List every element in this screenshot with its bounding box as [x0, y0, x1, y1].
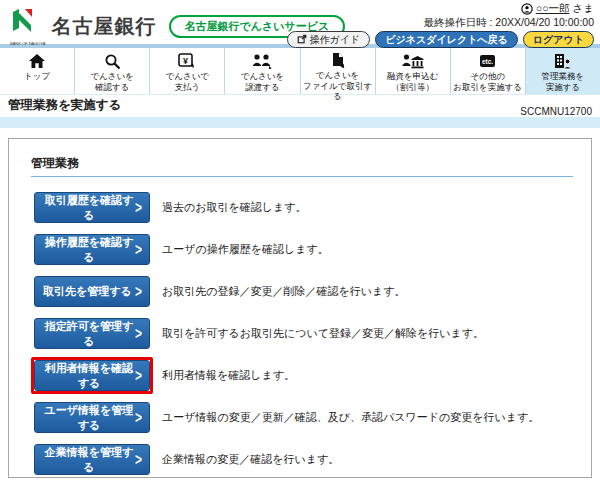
menu-description: 取引を許可するお取引先について登録／変更／解除を行います。	[162, 326, 484, 341]
main-nav: トップ でんさいを 確認する ¥ でんさいで 支払う でんさいを 譲渡する でん…	[0, 48, 600, 95]
logo-caption: BANK OF NAGOYA	[10, 42, 46, 46]
back-to-business-direct-button[interactable]: ビジネスダイレクトへ戻る	[375, 31, 518, 48]
yen-pay-icon: ¥	[178, 52, 196, 70]
permission-manage-button[interactable]: 指定許可を管理する >	[34, 318, 150, 349]
external-link-icon	[297, 34, 307, 46]
menu-button-label: ユーザ情報を管理する	[43, 403, 135, 433]
svg-text:etc.: etc.	[482, 58, 493, 65]
menu-button-label: 操作履歴を確認する	[43, 235, 135, 265]
nav-item-pay[interactable]: ¥ でんさいで 支払う	[150, 48, 225, 94]
page-title: 管理業務を実施する	[8, 97, 592, 114]
bank-logo-icon: BANK OF NAGOYA	[10, 6, 46, 46]
bank-name: 名古屋銀行	[52, 13, 157, 40]
nav-item-other[interactable]: etc. その他の お取引を実施する	[451, 48, 526, 94]
menu-row-transaction-history: 取引履歴を確認する > 過去のお取引を確認します。	[31, 189, 575, 226]
menu-button-wrap: 指定許可を管理する >	[31, 315, 153, 352]
nav-item-label: でんさいを 確認する	[90, 71, 134, 92]
menu-description: お取引先の登録／変更／削除／確認を行います。	[162, 284, 406, 299]
user-area: ○○一郎 さま 最終操作日時 : 20XX/04/20 10:00:00 操作ガ…	[287, 2, 594, 48]
search-icon	[104, 52, 121, 70]
nav-item-label: 管理業務を 実施する	[542, 71, 585, 92]
title-divider-band	[0, 117, 600, 128]
menu-button-wrap: 企業情報を管理する >	[31, 441, 153, 478]
menu-description: 過去のお取引を確認します。	[162, 200, 307, 215]
menu-button-wrap: 操作履歴を確認する >	[31, 231, 153, 268]
operation-guide-label: 操作ガイド	[310, 35, 361, 45]
chevron-right-icon: >	[135, 450, 142, 469]
nav-item-label: 融資を申込む （割引等）	[387, 71, 438, 92]
menu-list: 取引履歴を確認する > 過去のお取引を確認します。 操作履歴を確認する > ユー…	[31, 189, 575, 478]
user-info-manage-button[interactable]: ユーザ情報を管理する >	[34, 402, 150, 433]
chevron-right-icon: >	[135, 366, 142, 385]
menu-row-company-info-manage: 企業情報を管理する > 企業情報の変更／確認を行います。	[31, 441, 575, 478]
partner-manage-button[interactable]: 取引先を管理する >	[34, 276, 150, 307]
user-name-link[interactable]: ○○一郎	[536, 2, 570, 16]
operation-history-button[interactable]: 操作履歴を確認する >	[34, 234, 150, 265]
company-info-manage-button[interactable]: 企業情報を管理する >	[34, 444, 150, 475]
menu-row-partner-manage: 取引先を管理する > お取引先の登録／変更／削除／確認を行います。	[31, 273, 575, 310]
menu-description: ユーザ情報の変更／更新／確認、及び、承認パスワードの変更を行います。	[162, 410, 539, 425]
menu-button-wrap: ユーザ情報を管理する >	[31, 399, 153, 436]
menu-button-wrap: 取引先を管理する >	[31, 273, 153, 310]
chevron-right-icon: >	[135, 282, 142, 301]
svg-text:¥: ¥	[183, 56, 188, 66]
section-title: 管理業務	[31, 155, 573, 177]
user-icon	[521, 2, 533, 16]
nav-item-label: その他の お取引を実施する	[453, 71, 522, 92]
operation-guide-button[interactable]: 操作ガイド	[287, 31, 371, 48]
nav-item-loan[interactable]: 融資を申込む （割引等）	[376, 48, 451, 94]
menu-button-wrap: 利用者情報を確認する >	[31, 357, 153, 394]
nav-item-top[interactable]: トップ	[0, 48, 75, 94]
file-icon	[330, 52, 346, 69]
home-icon	[28, 52, 46, 70]
etc-icon: etc.	[479, 52, 496, 70]
nav-item-label: トップ	[24, 71, 50, 82]
admin-icon	[553, 52, 572, 70]
menu-button-label: 企業情報を管理する	[43, 445, 135, 475]
chevron-right-icon: >	[135, 198, 142, 217]
menu-button-label: 取引先を管理する	[43, 284, 132, 299]
menu-button-wrap: 取引履歴を確認する >	[31, 189, 153, 226]
menu-description: ユーザの操作履歴を確認します。	[162, 242, 329, 257]
nav-item-confirm[interactable]: でんさいを 確認する	[75, 48, 150, 94]
transaction-history-button[interactable]: 取引履歴を確認する >	[34, 192, 150, 223]
loan-icon	[402, 52, 424, 70]
menu-description: 企業情報の変更／確認を行います。	[162, 452, 339, 467]
user-suffix: さま	[573, 2, 595, 16]
chevron-right-icon: >	[135, 408, 142, 427]
nav-item-admin[interactable]: 管理業務を 実施する	[526, 48, 600, 94]
menu-row-operation-history: 操作履歴を確認する > ユーザの操作履歴を確認します。	[31, 231, 575, 268]
menu-button-label: 取引履歴を確認する	[43, 193, 135, 223]
transfer-icon	[252, 52, 272, 70]
screen-id: SCCMNU12700	[520, 106, 592, 117]
user-info-confirm-button[interactable]: 利用者情報を確認する >	[34, 360, 150, 391]
nav-item-label: でんさいで 支払う	[166, 71, 210, 92]
last-operation-time: 最終操作日時 : 20XX/04/20 10:00:00	[287, 16, 594, 30]
chevron-right-icon: >	[135, 240, 142, 259]
header: BANK OF NAGOYA 名古屋銀行 名古屋銀行でんさいサービス ○○一郎 …	[0, 0, 600, 44]
nav-item-file[interactable]: でんさいを ファイルで取引する	[301, 48, 376, 94]
menu-button-label: 利用者情報を確認する	[43, 361, 135, 391]
title-bar: 管理業務を実施する SCCMNU12700	[0, 95, 600, 117]
menu-row-permission-manage: 指定許可を管理する > 取引を許可するお取引先について登録／変更／解除を行います…	[31, 315, 575, 352]
menu-row-user-info-manage: ユーザ情報を管理する > ユーザ情報の変更／更新／確認、及び、承認パスワードの変…	[31, 399, 575, 436]
logout-button[interactable]: ログアウト	[523, 31, 594, 48]
nav-item-transfer[interactable]: でんさいを 譲渡する	[225, 48, 300, 94]
menu-row-user-info-confirm: 利用者情報を確認する > 利用者情報を確認します。	[31, 357, 575, 394]
chevron-right-icon: >	[135, 324, 142, 343]
nav-item-label: でんさいを 譲渡する	[241, 71, 285, 92]
menu-description: 利用者情報を確認します。	[162, 368, 295, 383]
menu-button-label: 指定許可を管理する	[43, 319, 135, 349]
content-box: 管理業務 取引履歴を確認する > 過去のお取引を確認します。 操作履歴を確認する…	[8, 138, 592, 478]
